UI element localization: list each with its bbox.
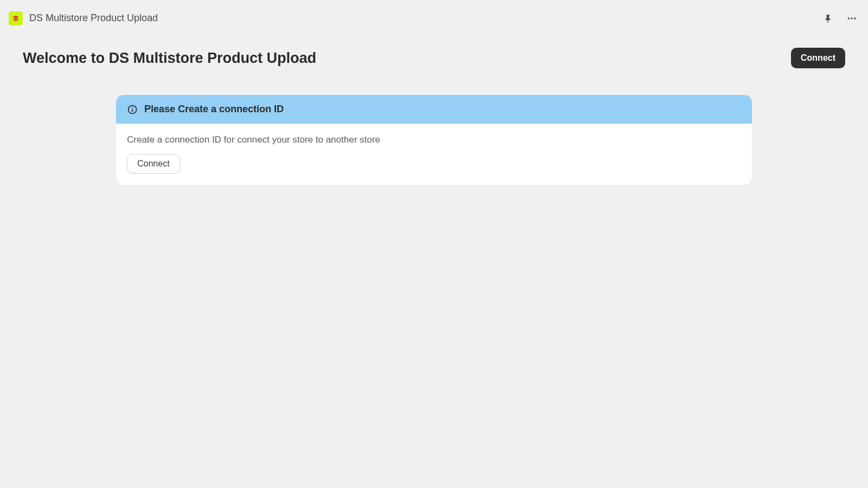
pin-icon[interactable]	[820, 11, 835, 26]
banner-header: Please Create a connection ID	[116, 95, 752, 124]
page-title: Welcome to DS Multistore Product Upload	[23, 50, 316, 67]
banner-title: Please Create a connection ID	[144, 104, 284, 115]
banner-body: Create a connection ID for connect your …	[116, 124, 752, 185]
banner-description: Create a connection ID for connect your …	[127, 134, 741, 145]
page-header: Welcome to DS Multistore Product Upload …	[0, 37, 868, 82]
svg-point-5	[132, 107, 133, 108]
svg-point-1	[851, 17, 852, 19]
connect-button-header[interactable]: Connect	[791, 48, 845, 68]
connection-card: Please Create a connection ID Create a c…	[116, 95, 752, 185]
more-icon[interactable]	[844, 11, 859, 26]
info-icon	[127, 104, 138, 115]
svg-point-0	[848, 17, 850, 19]
content-area: Please Create a connection ID Create a c…	[0, 82, 868, 198]
svg-point-2	[854, 17, 856, 19]
top-bar-left: DS Multistore Product Upload	[9, 11, 158, 25]
top-bar: DS Multistore Product Upload	[0, 0, 868, 37]
app-logo-icon	[9, 11, 23, 25]
top-bar-right	[820, 11, 859, 26]
connect-button-card[interactable]: Connect	[127, 154, 180, 174]
app-name: DS Multistore Product Upload	[29, 12, 158, 24]
